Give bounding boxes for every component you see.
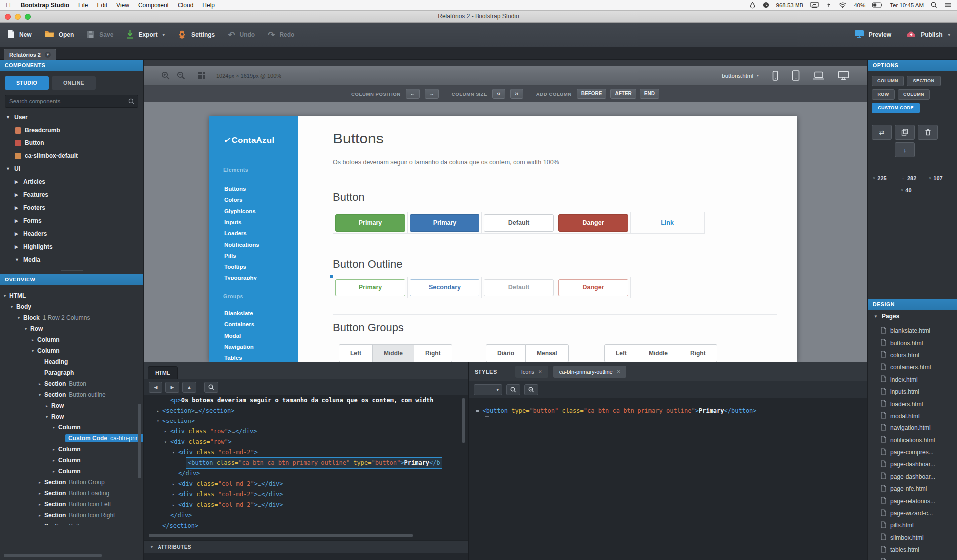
overview-node-section[interactable]: ▸SectionButton: [0, 521, 143, 525]
overview-node-section[interactable]: ▸SectionButton Loading: [0, 488, 143, 499]
page-nav-notifications[interactable]: Notifications: [224, 242, 259, 248]
chevron-right-icon[interactable]: ▶: [15, 192, 20, 197]
html-code-line[interactable]: ▸<div class="row">…</div>: [144, 426, 468, 437]
document-tab-caret-icon[interactable]: ▾: [45, 52, 51, 58]
html-code-line[interactable]: </div>: [144, 510, 468, 521]
pages-group-label[interactable]: ▼ Pages: [874, 313, 899, 320]
document-tab[interactable]: Relatórios 2 ▾: [4, 49, 56, 60]
chevron-down-icon[interactable]: ▼: [6, 115, 11, 120]
html-code-line[interactable]: </section>: [144, 521, 468, 531]
dropbox-icon[interactable]: [749, 2, 756, 9]
overview-node-column[interactable]: ▾Column: [0, 345, 143, 356]
overview-node-paragraph[interactable]: Paragraph: [0, 367, 143, 378]
code-search-button[interactable]: [204, 382, 218, 393]
group-button-middle[interactable]: Middle: [372, 344, 414, 362]
swap-icon-button[interactable]: ⇄: [872, 125, 892, 140]
chevron-right-icon[interactable]: ▶: [15, 179, 20, 184]
publish-button[interactable]: Publish▾: [906, 30, 950, 40]
fold-open-icon[interactable]: ▾: [164, 437, 170, 447]
styles-search-button[interactable]: [506, 384, 520, 395]
tab-online[interactable]: ONLINE: [52, 76, 96, 90]
page-file-tables-html[interactable]: tables.html: [868, 544, 957, 556]
page-nav-inputs[interactable]: Inputs: [224, 219, 242, 225]
keyboard-brightness-icon[interactable]: [826, 2, 832, 8]
device-phone-icon[interactable]: [772, 71, 779, 81]
overview-node-column[interactable]: ▾Column: [0, 422, 143, 433]
add-column-end-button[interactable]: END: [640, 89, 659, 99]
fold-closed-icon[interactable]: ▸: [157, 406, 162, 416]
overview-node-column[interactable]: ▸Column: [0, 466, 143, 477]
cpu-status-icon[interactable]: [763, 2, 769, 8]
minimize-window-button[interactable]: [15, 14, 21, 20]
chevron-right-icon[interactable]: ▸: [53, 469, 58, 474]
menu-component[interactable]: Component: [138, 2, 169, 9]
overview-node-row[interactable]: ▸Row: [0, 400, 143, 411]
maximize-window-button[interactable]: [25, 14, 31, 20]
html-code-line[interactable]: ▾<div class="row">: [144, 437, 468, 447]
chevron-right-icon[interactable]: ▸: [39, 524, 44, 525]
menu-view[interactable]: View: [116, 2, 129, 9]
overview-node-column[interactable]: ▸Column: [0, 455, 143, 466]
fold-closed-icon[interactable]: ▸: [172, 500, 178, 510]
redo-button[interactable]: ↷Redo: [268, 29, 294, 40]
overview-horizontal-scrollbar[interactable]: [4, 554, 102, 557]
page-file-page-relatorios-[interactable]: page-relatorios...: [868, 495, 957, 507]
options-column-button[interactable]: COLUMN: [872, 76, 904, 86]
code-prev-button[interactable]: ◀: [149, 382, 162, 393]
components-item-ca-slimbox-default[interactable]: ca-slimbox-default: [0, 149, 143, 162]
overview-node-section[interactable]: ▸SectionButton: [0, 378, 143, 389]
html-code-area[interactable]: <p>Os botoes deveriam seguir o tamanho d…: [144, 395, 468, 534]
battery-percent[interactable]: 40%: [854, 2, 865, 8]
new-button[interactable]: New: [7, 29, 32, 40]
components-item-user[interactable]: ▼User: [0, 111, 143, 124]
components-item-breadcrumb[interactable]: Breadcrumb: [0, 124, 143, 137]
chevron-right-icon[interactable]: ▸: [53, 447, 58, 452]
selected-code-node[interactable]: <button class="ca-btn ca-btn-primary-out…: [186, 458, 442, 468]
group-button-right[interactable]: Right: [679, 344, 717, 362]
page-file-colors-html[interactable]: colors.html: [868, 349, 957, 361]
page-button-link-link[interactable]: Link: [633, 214, 702, 232]
attributes-bar[interactable]: ▼ ATTRIBUTES: [144, 540, 468, 553]
fold-open-icon[interactable]: ▾: [157, 416, 162, 426]
overview-node-row[interactable]: ▾Row: [0, 323, 143, 334]
html-code-line[interactable]: ▸<div class="col-md-2">…</div>: [144, 479, 468, 489]
page-nav-blankslate[interactable]: Blankslate: [224, 310, 253, 316]
page-file-containers-html[interactable]: containers.html: [868, 361, 957, 373]
html-code-line[interactable]: ▸<div class="col-md-2">…</div>: [144, 500, 468, 510]
chevron-right-icon[interactable]: ▶: [15, 218, 20, 223]
overview-node-html[interactable]: ▾HTML: [0, 290, 143, 301]
chevron-down-icon[interactable]: ▾: [46, 415, 51, 419]
page-button-danger-outline-danger[interactable]: Danger: [558, 279, 628, 296]
menu-help[interactable]: Help: [202, 2, 215, 9]
page-file-index-html[interactable]: index.html: [868, 374, 957, 386]
page-file-modal-html[interactable]: modal.html: [868, 410, 957, 422]
group-button-mensal[interactable]: Mensal: [525, 344, 569, 362]
zoom-out-icon[interactable]: [177, 71, 185, 80]
device-laptop-icon[interactable]: [813, 71, 825, 80]
overview-node-section[interactable]: ▸SectionButton Group: [0, 477, 143, 488]
chevron-right-icon[interactable]: ▶: [15, 231, 20, 236]
move-down-icon-button[interactable]: ↓: [895, 142, 915, 157]
page-file-tooltips-html[interactable]: tooltips.html: [868, 556, 957, 560]
html-code-line[interactable]: </div>: [144, 468, 468, 479]
add-column-before-button[interactable]: BEFORE: [577, 89, 607, 99]
page-file-page-dashboar-[interactable]: page-dashboar...: [868, 458, 957, 470]
page-file-page-dashboar-[interactable]: page-dashboar...: [868, 471, 957, 483]
overview-node-block[interactable]: ▾Block1 Row 2 Columns: [0, 312, 143, 323]
page-button-default-outline-default[interactable]: Default: [484, 279, 554, 296]
close-icon[interactable]: ✕: [538, 369, 542, 374]
page-nav-tooltips[interactable]: Tooltips: [224, 264, 246, 270]
close-window-button[interactable]: [5, 14, 11, 20]
options-column2-button[interactable]: COLUMN: [898, 89, 930, 100]
overview-node-custom-code[interactable]: Custom Codeca-btn-prim: [0, 433, 143, 444]
group-button-right[interactable]: Right: [414, 344, 452, 362]
page-file-notifications-html[interactable]: notifications.html: [868, 434, 957, 446]
add-column-after-button[interactable]: AFTER: [610, 89, 636, 99]
custom-code-button[interactable]: CUSTOM CODE: [872, 103, 920, 113]
fold-closed-icon[interactable]: ▸: [164, 426, 170, 437]
chevron-right-icon[interactable]: ▸: [39, 513, 44, 518]
components-item-articles[interactable]: ▶Articles: [0, 175, 143, 188]
chevron-down-icon[interactable]: ▾: [32, 349, 37, 353]
chevron-down-icon[interactable]: ▼: [6, 166, 11, 171]
apple-menu-icon[interactable]: : [6, 1, 11, 9]
